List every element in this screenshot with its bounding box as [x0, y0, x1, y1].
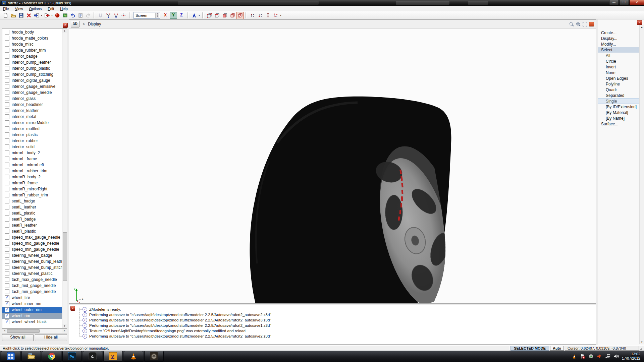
command-surface[interactable]: Surface... — [598, 121, 639, 127]
checkbox[interactable] — [5, 102, 9, 107]
checkbox[interactable] — [5, 150, 9, 155]
command-select[interactable]: Select... — [598, 47, 639, 53]
show-all-button[interactable]: Show all — [2, 334, 34, 341]
commands-scrollbar[interactable]: ▲ ▼ — [639, 25, 644, 344]
checkbox[interactable] — [5, 265, 9, 270]
checkbox[interactable] — [5, 211, 9, 216]
list-item[interactable]: interior_mirrorMiddle — [2, 120, 62, 126]
fit-view-icon[interactable] — [582, 21, 588, 27]
arrow-manipulator-icon[interactable] — [190, 12, 198, 19]
scroll-up-icon[interactable]: ▲ — [62, 28, 67, 33]
list-item[interactable]: mirrorL_body_2 — [2, 150, 62, 156]
checkbox[interactable] — [5, 235, 9, 240]
viewport-3d[interactable]: 3D < Display — [69, 19, 596, 304]
list-item[interactable]: tach_max_gauge_needle — [2, 277, 62, 283]
list-item[interactable]: mirrorR_rubber_trim — [2, 192, 62, 198]
import-icon[interactable] — [33, 12, 40, 19]
command-create[interactable]: Create... — [598, 30, 639, 36]
scroll-down-icon[interactable]: ▼ — [62, 324, 67, 328]
list-item[interactable]: ✓wheel_rim — [2, 313, 62, 319]
redo-icon[interactable] — [84, 12, 92, 19]
checkbox[interactable] — [5, 175, 9, 179]
checkbox[interactable] — [5, 229, 9, 234]
taskbar-clock[interactable]: 13:02 17/07/2012 — [622, 352, 642, 361]
list-item[interactable]: ✓wheel_inner_rim — [2, 301, 62, 307]
zoom-icon[interactable] — [569, 21, 574, 27]
checkbox[interactable] — [5, 253, 9, 258]
axis-x-button[interactable]: X — [162, 12, 169, 19]
scroll-right-icon[interactable]: ► — [62, 329, 67, 333]
command-all[interactable]: All — [598, 53, 639, 58]
checkbox[interactable] — [5, 36, 9, 41]
list-item[interactable]: mirrorR_frame — [2, 180, 62, 186]
taskbar-wheel-image[interactable] — [144, 351, 164, 362]
layers-horizontal-scrollbar[interactable]: ◄ ► — [2, 328, 67, 334]
list-item[interactable]: mirrorL_frame — [2, 156, 62, 162]
checkbox[interactable] — [5, 126, 9, 131]
checkbox[interactable] — [5, 132, 9, 137]
checkbox[interactable] — [5, 217, 9, 222]
checkbox[interactable] — [5, 205, 9, 209]
mode-objects-icon[interactable] — [228, 12, 236, 19]
left-panel-close-icon[interactable]: ✕ — [63, 23, 68, 28]
vertex-weld-icon[interactable] — [104, 12, 112, 19]
dropdown-arrow-icon[interactable]: ▼ — [279, 14, 282, 16]
taskbar-vlc[interactable] — [124, 351, 143, 362]
menu-file[interactable]: File — [0, 6, 12, 11]
list-item[interactable]: speed_mid_gauge_needle — [2, 240, 62, 246]
list-item[interactable]: interior_rubber — [2, 138, 62, 144]
viewport-canvas[interactable]: y z x — [69, 29, 596, 303]
list-item[interactable]: interior_badge — [2, 53, 62, 59]
checkbox[interactable] — [5, 108, 9, 113]
list-item[interactable]: interior_headliner — [2, 102, 62, 108]
checkbox[interactable] — [5, 169, 9, 173]
checkbox[interactable] — [5, 42, 9, 47]
list-item[interactable]: steering_wheel_badge — [2, 252, 62, 258]
vertex-up-icon[interactable] — [249, 12, 256, 19]
list-item[interactable]: ✓wheel_wheel_black — [2, 319, 62, 325]
list-item[interactable]: speed_max_gauge_needle — [2, 234, 62, 240]
list-item[interactable]: steering_wheel_bump_leath — [2, 258, 62, 264]
list-item[interactable]: hooda_matte_colors — [2, 35, 62, 41]
zoom-region-icon[interactable] — [576, 21, 581, 27]
tray-safely-remove[interactable] — [588, 354, 594, 359]
dropdown-arrow-icon[interactable]: ▼ — [40, 14, 43, 16]
magnet-icon[interactable] — [97, 12, 104, 19]
list-item[interactable]: steering_wheel_plastic — [2, 270, 62, 277]
taskbar-chrome[interactable] — [42, 351, 61, 362]
checkbox[interactable] — [5, 199, 9, 203]
checkbox[interactable] — [5, 144, 9, 149]
multi-select-icon[interactable] — [272, 12, 279, 19]
checkbox[interactable] — [5, 48, 9, 53]
checkbox[interactable] — [5, 163, 9, 167]
checkbox[interactable] — [5, 54, 9, 59]
delete-icon[interactable] — [25, 12, 33, 19]
checkbox[interactable] — [5, 90, 9, 95]
taskbar-photoshop[interactable]: Ps — [62, 351, 82, 362]
list-item[interactable]: seatR_plastic — [2, 228, 62, 234]
mode-edges-icon[interactable] — [213, 12, 221, 19]
commands-panel-close-icon[interactable]: ✕ — [637, 20, 642, 25]
list-item[interactable]: mirrorR_mirrorRight — [2, 186, 62, 192]
command-display[interactable]: Display... — [598, 36, 639, 41]
axis-z-button[interactable]: Z — [178, 12, 185, 19]
checkbox[interactable] — [5, 271, 9, 276]
list-item[interactable]: tach_mid_gauge_needle — [2, 283, 62, 289]
screen-mode-select[interactable]: Screen▲▼ — [133, 12, 160, 19]
tray-audio-manager[interactable] — [597, 354, 602, 359]
list-item[interactable]: interior_gauge_emissive — [2, 83, 62, 89]
list-item[interactable]: interior_metal — [2, 114, 62, 120]
command-circle[interactable]: Circle — [598, 58, 639, 64]
checkbox[interactable] — [5, 84, 9, 89]
list-item[interactable]: tach_min_gauge_needle — [2, 289, 62, 295]
checkbox[interactable] — [5, 223, 9, 228]
hide-all-button[interactable]: Hide all — [35, 334, 67, 341]
minimize-button[interactable]: — — [609, 0, 619, 5]
scrollbar-thumb[interactable] — [7, 329, 40, 333]
checkbox[interactable] — [5, 259, 9, 264]
axis-y-button[interactable]: Y — [170, 12, 177, 19]
spinner-icon[interactable]: ▲▼ — [155, 13, 159, 18]
list-item[interactable]: seatL_badge — [2, 198, 62, 204]
checkbox[interactable] — [5, 157, 9, 161]
list-item[interactable]: mirrorL_mirrorLeft — [2, 162, 62, 168]
